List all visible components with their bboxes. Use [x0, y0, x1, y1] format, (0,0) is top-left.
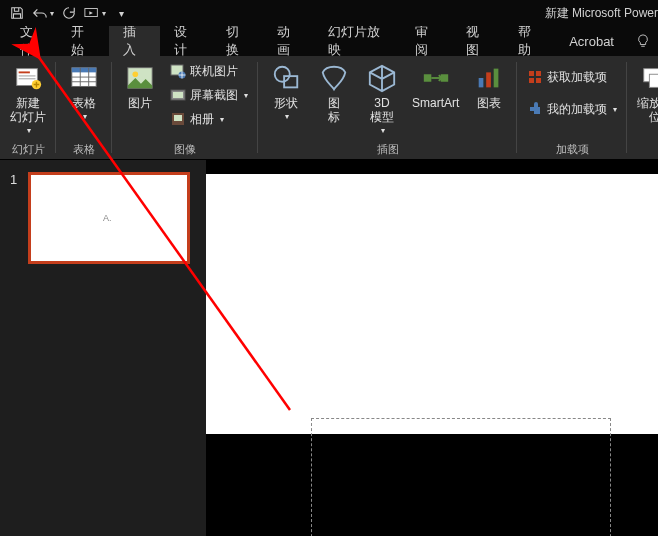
tab-transition[interactable]: 切换: [212, 26, 263, 56]
table-button[interactable]: 表格 ▾: [62, 60, 106, 123]
new-slide-button[interactable]: 新建 幻灯片 ▾: [6, 60, 50, 137]
svg-rect-3: [19, 75, 36, 76]
redo-icon: [62, 6, 76, 20]
svg-rect-4: [19, 78, 36, 79]
online-pictures-icon: [170, 63, 186, 79]
svg-rect-2: [19, 71, 30, 73]
shapes-button[interactable]: 形状 ▾: [264, 60, 308, 123]
group-addins: 获取加载项 我的加载项 ▾ 加载项: [517, 56, 627, 159]
icons-icon: [318, 62, 350, 94]
table-label: 表格: [72, 96, 96, 110]
picture-label: 图片: [128, 96, 152, 110]
tab-insert[interactable]: 插入: [109, 26, 160, 56]
chevron-down-icon: ▾: [50, 9, 54, 18]
photo-album-button[interactable]: 相册 ▾: [166, 108, 252, 130]
tab-acrobat[interactable]: Acrobat: [555, 26, 628, 56]
new-slide-icon: [12, 62, 44, 94]
screenshot-icon: [170, 87, 186, 103]
tab-view[interactable]: 视图: [452, 26, 503, 56]
chart-label: 图表: [477, 96, 501, 110]
picture-button[interactable]: 图片: [118, 60, 162, 112]
chevron-down-icon: ▾: [244, 91, 248, 100]
smartart-icon: [420, 62, 452, 94]
shapes-label: 形状: [274, 96, 298, 110]
tab-home[interactable]: 开始: [57, 26, 108, 56]
album-label: 相册: [190, 111, 214, 128]
tab-file[interactable]: 文件: [6, 26, 57, 56]
online-pictures-label: 联机图片: [190, 63, 238, 80]
ribbon-tabs: 文件 开始 插入 设计 切换 动画 幻灯片放映 审阅 视图 帮助 Acrobat: [0, 26, 658, 56]
workspace: 1 A.: [0, 160, 658, 536]
icons-label: 图 标: [328, 96, 340, 124]
save-icon: [10, 6, 24, 20]
tell-me[interactable]: [628, 26, 658, 56]
svg-rect-23: [529, 71, 534, 76]
slide-canvas[interactable]: [206, 174, 658, 434]
chevron-down-icon: ▾: [285, 112, 289, 121]
zoom-label: 缩放定 位: [637, 96, 658, 124]
3d-models-button[interactable]: 3D 模型 ▾: [360, 60, 404, 137]
group-label-tables: 表格: [73, 141, 95, 157]
group-label-images: 图像: [174, 141, 196, 157]
online-pictures-button[interactable]: 联机图片: [166, 60, 252, 82]
thumbnail-preview[interactable]: A.: [28, 172, 190, 264]
undo-button[interactable]: ▾: [32, 2, 54, 24]
svg-rect-18: [423, 74, 431, 82]
svg-rect-21: [487, 72, 492, 87]
shapes-icon: [270, 62, 302, 94]
qat-customize[interactable]: ▾: [110, 2, 132, 24]
screenshot-button[interactable]: 屏幕截图 ▾: [166, 84, 252, 106]
smartart-label: SmartArt: [412, 96, 459, 110]
tab-review[interactable]: 审阅: [401, 26, 452, 56]
svg-point-9: [133, 71, 139, 77]
chart-button[interactable]: 图表: [467, 60, 511, 112]
chevron-down-icon: ▾: [381, 126, 385, 135]
group-zoom: 缩放定 位: [627, 56, 658, 159]
store-icon: [527, 69, 543, 85]
start-from-beginning-button[interactable]: ▾: [84, 2, 106, 24]
addin-icon: [527, 101, 543, 117]
thumbnail-number: 1: [10, 172, 22, 264]
title-bar: ▾ ▾ ▾ 新建 Microsoft Power: [0, 0, 658, 26]
chevron-down-icon: ▾: [613, 105, 617, 114]
content-placeholder[interactable]: [311, 418, 611, 536]
tab-slideshow[interactable]: 幻灯片放映: [314, 26, 401, 56]
tab-animation[interactable]: 动画: [263, 26, 314, 56]
zoom-icon: [639, 62, 658, 94]
svg-rect-7: [72, 68, 96, 73]
redo-button[interactable]: [58, 2, 80, 24]
save-button[interactable]: [6, 2, 28, 24]
tab-design[interactable]: 设计: [160, 26, 211, 56]
slide-editor[interactable]: [206, 160, 658, 536]
3d-models-label: 3D 模型: [370, 96, 394, 124]
svg-rect-28: [650, 74, 658, 87]
chart-icon: [473, 62, 505, 94]
lightbulb-icon: [636, 34, 650, 48]
table-icon: [68, 62, 100, 94]
group-label-illust: 插图: [377, 141, 399, 157]
group-images: 图片 联机图片 屏幕截图 ▾: [112, 56, 258, 159]
zoom-button[interactable]: 缩放定 位: [633, 60, 658, 126]
slide-thumbnail-1[interactable]: 1 A.: [10, 172, 196, 264]
group-label-addins: 加载项: [556, 141, 589, 157]
svg-rect-22: [494, 69, 499, 88]
group-slides: 新建 幻灯片 ▾ 幻灯片: [0, 56, 56, 159]
thumbnail-panel[interactable]: 1 A.: [0, 160, 206, 536]
group-label-slides: 幻灯片: [12, 141, 45, 157]
smartart-button[interactable]: SmartArt: [408, 60, 463, 112]
tab-help[interactable]: 帮助: [504, 26, 555, 56]
my-addins-button[interactable]: 我的加载项 ▾: [523, 98, 621, 120]
window-title: 新建 Microsoft Power: [545, 0, 658, 26]
get-addins-button[interactable]: 获取加载项: [523, 66, 621, 88]
svg-rect-15: [174, 115, 182, 121]
chevron-down-icon: ▾: [220, 115, 224, 124]
album-icon: [170, 111, 186, 127]
picture-icon: [124, 62, 156, 94]
svg-rect-26: [536, 78, 541, 83]
presentation-icon: [84, 6, 100, 20]
quick-access-toolbar: ▾ ▾ ▾: [0, 2, 138, 24]
thumbnail-mark: A.: [103, 213, 112, 223]
svg-rect-25: [529, 78, 534, 83]
svg-point-16: [275, 67, 290, 82]
icons-button[interactable]: 图 标: [312, 60, 356, 126]
